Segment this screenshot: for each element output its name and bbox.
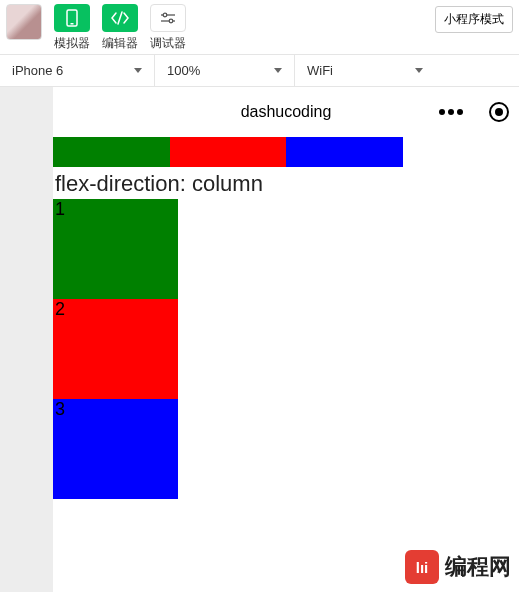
simulator-label: 模拟器 <box>54 35 90 52</box>
row-box-2 <box>170 137 287 167</box>
simulator-area: dashucoding flex-direction: column 1 2 3… <box>0 87 519 592</box>
svg-point-5 <box>169 19 173 23</box>
chevron-down-icon <box>134 68 142 73</box>
dots-icon <box>448 109 454 115</box>
zoom-selector[interactable]: 100% <box>155 55 295 86</box>
sliders-icon <box>150 4 186 32</box>
debugger-button[interactable]: 调试器 <box>150 4 186 52</box>
device-selector[interactable]: iPhone 6 <box>0 55 155 86</box>
section-label: flex-direction: column <box>53 167 519 199</box>
chevron-down-icon <box>415 68 423 73</box>
simulator-screen: dashucoding flex-direction: column 1 2 3… <box>53 87 519 592</box>
code-icon <box>102 4 138 32</box>
dots-icon <box>457 109 463 115</box>
mode-button[interactable]: 小程序模式 <box>435 6 513 33</box>
zoom-value: 100% <box>167 63 200 78</box>
chevron-down-icon <box>274 68 282 73</box>
dots-icon <box>439 109 445 115</box>
col-box-1: 1 <box>53 199 178 299</box>
watermark-logo: lıi <box>405 550 439 584</box>
col-box-3: 3 <box>53 399 178 499</box>
editor-label: 编辑器 <box>102 35 138 52</box>
page-title: dashucoding <box>241 103 332 121</box>
flex-row-demo <box>53 137 403 167</box>
watermark: lıi 编程网 <box>405 550 511 584</box>
flex-column-demo: 1 2 3 <box>53 199 519 499</box>
close-target-button[interactable] <box>489 102 509 122</box>
network-value: WiFi <box>307 63 333 78</box>
toolbar: 模拟器 编辑器 调试器 小程序模式 <box>0 0 519 54</box>
svg-point-3 <box>163 13 167 17</box>
row-box-1 <box>53 137 170 167</box>
network-selector[interactable]: WiFi <box>295 55 435 86</box>
phone-icon <box>54 4 90 32</box>
device-value: iPhone 6 <box>12 63 63 78</box>
svg-rect-1 <box>71 23 74 25</box>
row-box-3 <box>286 137 403 167</box>
avatar[interactable] <box>6 4 42 40</box>
editor-button[interactable]: 编辑器 <box>102 4 138 52</box>
more-button[interactable] <box>435 105 467 119</box>
col-box-2: 2 <box>53 299 178 399</box>
simulator-button[interactable]: 模拟器 <box>54 4 90 52</box>
simulator-gutter <box>0 87 53 592</box>
debugger-label: 调试器 <box>150 35 186 52</box>
watermark-text: 编程网 <box>445 552 511 582</box>
simulator-header: dashucoding <box>53 87 519 137</box>
selector-row: iPhone 6 100% WiFi <box>0 54 519 87</box>
